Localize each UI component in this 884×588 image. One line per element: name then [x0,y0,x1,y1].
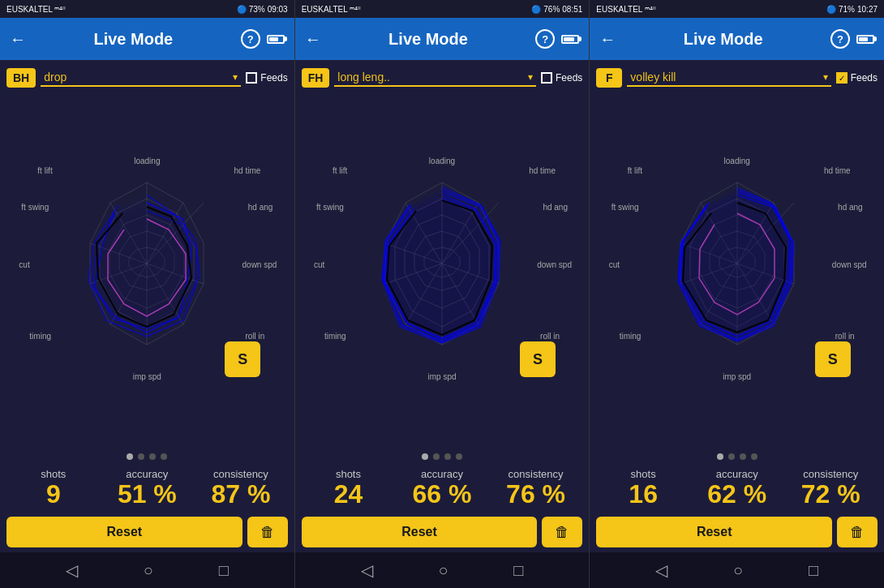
consistency-value-3: 72 % [801,480,860,509]
s-button-2[interactable]: S [520,341,556,377]
feeds-label-1: Feeds [260,72,287,84]
dot-2-3[interactable] [444,453,451,460]
radar-label-ftswing-3: ft swing [612,203,639,212]
home-nav-icon-2[interactable]: ○ [438,561,448,580]
status-bars: EUSKALTEL ᵐ⁴ˡˡ 🔵 73% 09:03 EUSKALTEL ᵐ⁴ˡ… [0,0,884,18]
bottom-buttons-2: Reset 🗑 [295,512,590,552]
delete-button-3[interactable]: 🗑 [837,517,878,547]
battery-icon-2 [561,35,579,44]
status-bar-2: EUSKALTEL ᵐ⁴ˡˡ 🔵 76% 08:51 [295,0,590,18]
panel-3-header: ← Live Mode ? [590,18,884,60]
square-nav-icon-1[interactable]: □ [219,561,229,580]
controls-row-3: F volley kill ▾ Feeds [590,60,884,96]
radar-label-hdtime-3: hd time [824,166,851,175]
dot-1-4[interactable] [161,453,167,460]
nav-bar: ◁ ○ □ ◁ ○ □ ◁ ○ □ [0,552,884,588]
dropdown-3[interactable]: volley kill ▾ [627,69,830,87]
feeds-checkbox-3[interactable] [836,72,848,84]
controls-row-1: BH drop ▾ Feeds [0,60,294,96]
stat-consistency-1: consistency 87 % [194,468,288,509]
time-3: 10:27 [857,5,878,14]
s-button-3[interactable]: S [815,341,851,377]
chevron-down-icon-3: ▾ [823,71,828,83]
feeds-check-1[interactable]: Feeds [246,72,287,84]
back-button-3[interactable]: ← [599,30,616,49]
help-icon-2[interactable]: ? [535,29,555,49]
radar-label-loading-3: loading [724,157,750,165]
feeds-checkbox-1[interactable] [246,72,257,84]
square-nav-icon-2[interactable]: □ [513,561,523,580]
delete-button-1[interactable]: 🗑 [247,517,288,547]
battery-pct-3: 71% [839,5,855,14]
delete-button-2[interactable]: 🗑 [542,517,582,547]
back-button-2[interactable]: ← [305,30,321,49]
back-nav-icon-2[interactable]: ◁ [361,560,373,580]
radar-label-ftswing-2: ft swing [316,203,344,212]
dot-2-4[interactable] [456,453,462,460]
dropdown-2[interactable]: long leng.. ▾ [334,69,536,87]
stat-shots-1: shots 9 [6,468,101,509]
shots-value-2: 24 [334,480,363,509]
consistency-value-2: 76 % [506,480,565,509]
dot-2-1[interactable] [422,453,428,460]
radar-container-3: loading hd time hd ang down spd roll in … [616,158,859,385]
consistency-label-3: consistency [803,468,858,480]
dot-1-1[interactable] [127,453,133,460]
dropdown-value-1: drop [44,71,67,84]
dot-3-2[interactable] [728,453,735,460]
stat-shots-2: shots 24 [302,468,396,509]
dot-3-3[interactable] [740,453,746,460]
stats-row-3: shots 16 accuracy 62 % consistency 72 % [590,465,884,512]
radar-label-hdang-1: hd ang [248,203,273,212]
dots-row-3 [590,449,884,465]
dot-1-3[interactable] [149,453,156,460]
radar-label-timing-3: timing [620,332,642,341]
stat-shots-3: shots 16 [596,468,690,509]
radar-label-cut-3: cut [609,260,620,269]
reset-button-2[interactable]: Reset [302,517,538,547]
stat-accuracy-3: accuracy 62 % [690,468,784,509]
radar-label-hdang-3: hd ang [838,203,863,212]
home-nav-icon-3[interactable]: ○ [733,561,743,580]
back-nav-icon-1[interactable]: ◁ [66,560,78,580]
radar-label-impspd-3: imp spd [723,372,751,381]
shots-value-3: 16 [629,480,658,509]
reset-button-3[interactable]: Reset [596,517,832,547]
dot-1-2[interactable] [138,453,144,460]
back-nav-icon-3[interactable]: ◁ [655,560,667,580]
dot-2-2[interactable] [433,453,440,460]
radar-label-hdang-2: hd ang [543,203,568,212]
help-icon-1[interactable]: ? [241,29,260,49]
accuracy-label-2: accuracy [421,468,463,480]
battery-icon-3 [856,35,874,44]
s-button-1[interactable]: S [225,341,260,377]
nav-section-2: ◁ ○ □ [295,552,590,588]
feeds-label-2: Feeds [556,72,582,84]
carrier-3: EUSKALTEL ᵐ⁴ˡˡ [596,5,655,14]
feeds-checkbox-2[interactable] [541,72,552,84]
dots-row-2 [295,449,590,465]
radar-label-downspd-3: down spd [832,260,867,269]
square-nav-icon-3[interactable]: □ [809,561,818,580]
home-nav-icon-1[interactable]: ○ [144,561,153,580]
radar-area-3: loading hd time hd ang down spd roll in … [590,96,884,449]
dropdown-1[interactable]: drop ▾ [41,69,241,87]
accuracy-value-3: 62 % [707,480,766,509]
back-button-1[interactable]: ← [10,30,26,49]
feeds-check-2[interactable]: Feeds [541,72,582,84]
carrier-2: EUSKALTEL ᵐ⁴ˡˡ [302,5,361,14]
radar-label-timing-1: timing [29,332,51,341]
reset-button-1[interactable]: Reset [6,517,242,547]
battery-pct-1: 73% [249,5,265,14]
header-title-3: Live Mode [684,30,763,49]
trash-icon-2: 🗑 [555,524,569,541]
help-icon-3[interactable]: ? [830,29,850,49]
battery-icon-1 [267,35,285,44]
radar-label-impspd-2: imp spd [427,372,456,381]
feeds-check-3[interactable]: Feeds [836,72,878,84]
radar-label-impspd-1: imp spd [133,372,161,381]
trash-icon-3: 🗑 [850,524,865,541]
dot-3-1[interactable] [717,453,723,460]
dot-3-4[interactable] [751,453,757,460]
stats-row-1: shots 9 accuracy 51 % consistency 87 % [0,465,294,512]
